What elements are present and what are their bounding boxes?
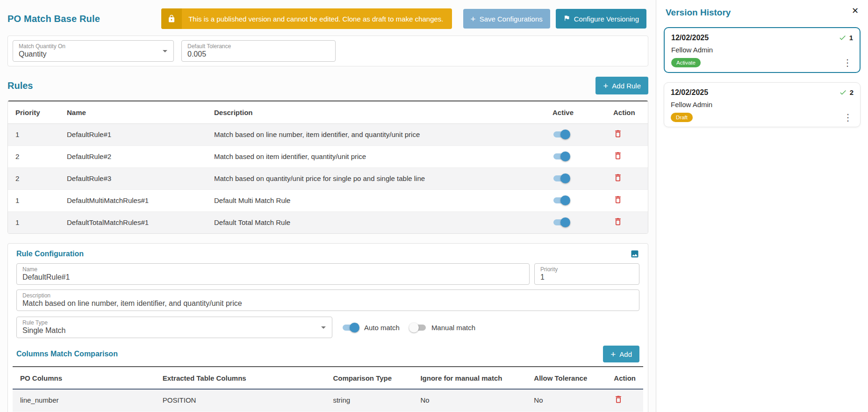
rule-active-toggle[interactable] <box>552 217 570 227</box>
preview-image-button[interactable] <box>630 249 639 259</box>
rule-description-input[interactable]: Description Match based on line number, … <box>16 289 639 311</box>
version-card[interactable]: 12/02/2025 Fellow Admin Activate 1 ⋮ <box>664 27 861 73</box>
col-name: Name <box>59 101 207 123</box>
add-rule-button[interactable]: + Add Rule <box>595 77 648 94</box>
version-card-side: 1 ⋮ <box>839 34 853 67</box>
chevron-down-icon <box>321 326 326 329</box>
rules-table-card: Priority Name Description Active Action … <box>7 100 648 234</box>
rule-configuration-card: Rule Configuration Name DefaultRule#1 Pr… <box>7 243 648 412</box>
rule-type-label: Rule Type <box>22 319 326 326</box>
version-author: Fellow Admin <box>671 101 712 108</box>
rule-description-value: Match based on line number, item identif… <box>22 299 633 308</box>
comparison-table: PO Columns Extracted Table Columns Compa… <box>13 366 643 412</box>
version-status-badge[interactable]: Activate <box>671 58 701 67</box>
allow-tolerance-cell: No <box>526 389 606 411</box>
col-active: Active <box>545 101 606 123</box>
match-quantity-on-select[interactable]: Match Quantity On Quantity <box>13 40 174 62</box>
rule-name-input[interactable]: Name DefaultRule#1 <box>16 263 530 285</box>
published-warning-banner: This is a published version and cannot b… <box>161 8 452 29</box>
version-menu-button[interactable]: ⋮ <box>842 58 853 67</box>
rule-priority-cell: 1 <box>8 189 59 211</box>
trash-icon <box>613 129 623 138</box>
comparison-row[interactable]: line_number POSITION string No No <box>13 389 643 411</box>
trash-icon <box>613 217 623 226</box>
rule-name-cell: DefaultRule#2 <box>59 145 207 167</box>
col-priority: Priority <box>8 101 59 123</box>
close-icon[interactable]: ✕ <box>850 6 861 16</box>
rule-action-cell <box>606 189 648 211</box>
default-tolerance-input[interactable]: Default Tolerance 0.005 <box>181 40 336 62</box>
description-row: Description Match based on line number, … <box>13 289 643 311</box>
rule-priority-cell: 1 <box>8 123 59 145</box>
ignore-manual-cell: No <box>413 389 526 411</box>
top-bar: PO Match Base Rule This is a published v… <box>0 0 656 36</box>
match-quantity-on-value: Quantity <box>19 50 168 59</box>
topbar-actions: + Save Configurations Configure Versioni… <box>463 9 646 29</box>
rule-priority-input[interactable]: Priority 1 <box>534 263 639 285</box>
rule-active-toggle[interactable] <box>552 195 570 205</box>
rule-row[interactable]: 2 DefaultRule#3 Match based on quantity/… <box>8 167 648 189</box>
rule-active-toggle[interactable] <box>552 130 570 139</box>
version-history-panel: Version History ✕ 12/02/2025 Fellow Admi… <box>656 0 868 412</box>
page-title: PO Match Base Rule <box>7 14 100 24</box>
delete-rule-button[interactable] <box>613 173 623 182</box>
delete-rule-button[interactable] <box>613 129 623 138</box>
check-icon <box>839 88 847 96</box>
save-configurations-button[interactable]: + Save Configurations <box>463 9 550 29</box>
rule-configuration-header: Rule Configuration <box>13 249 643 259</box>
trash-icon <box>613 195 623 204</box>
rule-type-row: Rule Type Single Match Auto match Manual… <box>13 317 643 338</box>
match-quantity-on-label: Match Quantity On <box>19 43 168 50</box>
chevron-down-icon <box>163 50 167 52</box>
version-card[interactable]: 12/02/2025 Fellow Admin Draft 2 ⋮ <box>664 82 861 127</box>
manual-match-toggle-group: Manual match <box>409 323 475 332</box>
image-icon <box>630 249 639 259</box>
add-rule-label: Add Rule <box>612 82 641 90</box>
configure-versioning-button[interactable]: Configure Versioning <box>556 9 646 29</box>
rules-heading: Rules <box>7 80 33 91</box>
col-comparison-type: Comparison Type <box>325 367 413 389</box>
add-comparison-button[interactable]: + Add <box>603 346 639 362</box>
rule-configuration-title: Rule Configuration <box>16 250 84 258</box>
col-action: Action <box>606 367 643 389</box>
delete-comparison-button[interactable] <box>614 395 623 404</box>
rule-active-cell <box>545 189 606 211</box>
col-extracted-columns: Extracted Table Columns <box>155 367 326 389</box>
trash-icon <box>614 395 623 404</box>
comparison-table-header-row: PO Columns Extracted Table Columns Compa… <box>13 367 643 389</box>
version-menu-button[interactable]: ⋮ <box>842 113 854 122</box>
version-number: 2 <box>850 88 854 96</box>
versioning-flag-icon <box>563 14 570 23</box>
rule-active-toggle[interactable] <box>552 152 570 161</box>
delete-rule-button[interactable] <box>613 217 623 226</box>
rule-priority-value: 1 <box>540 273 633 282</box>
manual-match-toggle[interactable] <box>409 323 427 332</box>
rule-row[interactable]: 1 DefaultMultiMatchRules#1 Default Multi… <box>8 189 648 211</box>
delete-rule-button[interactable] <box>613 151 623 160</box>
version-list: 12/02/2025 Fellow Admin Activate 1 ⋮ 12/… <box>664 27 861 127</box>
rule-row[interactable]: 1 DefaultRule#1 Match based on line numb… <box>8 123 648 145</box>
col-action: Action <box>606 101 648 123</box>
rule-name-value: DefaultRule#1 <box>22 273 524 282</box>
rule-row[interactable]: 1 DefaultTotalMatchRules#1 Default Total… <box>8 211 648 233</box>
rule-description-cell: Default Total Match Rule <box>207 211 545 233</box>
col-description: Description <box>207 101 545 123</box>
rule-action-cell <box>606 211 648 233</box>
rule-priority-cell: 1 <box>8 211 59 233</box>
comparison-table-body: line_number POSITION string No No item_i… <box>13 389 643 412</box>
rule-active-cell <box>545 145 606 167</box>
delete-rule-button[interactable] <box>613 195 623 204</box>
rule-row[interactable]: 2 DefaultRule#2 Match based on item iden… <box>8 145 648 167</box>
version-date: 12/02/2025 <box>671 34 709 42</box>
rule-priority-cell: 2 <box>8 145 59 167</box>
name-priority-row: Name DefaultRule#1 Priority 1 <box>13 263 643 285</box>
version-history-title: Version History <box>666 7 731 18</box>
rule-action-cell <box>606 145 648 167</box>
rule-active-toggle[interactable] <box>552 173 570 183</box>
rule-type-select[interactable]: Rule Type Single Match <box>16 317 332 338</box>
version-status-badge[interactable]: Draft <box>671 113 693 122</box>
rule-description-cell: Match based on line number, item identif… <box>207 123 545 145</box>
save-configurations-label: Save Configurations <box>480 15 543 23</box>
columns-match-comparison-title: Columns Match Comparison <box>16 350 118 358</box>
auto-match-toggle[interactable] <box>342 323 359 332</box>
